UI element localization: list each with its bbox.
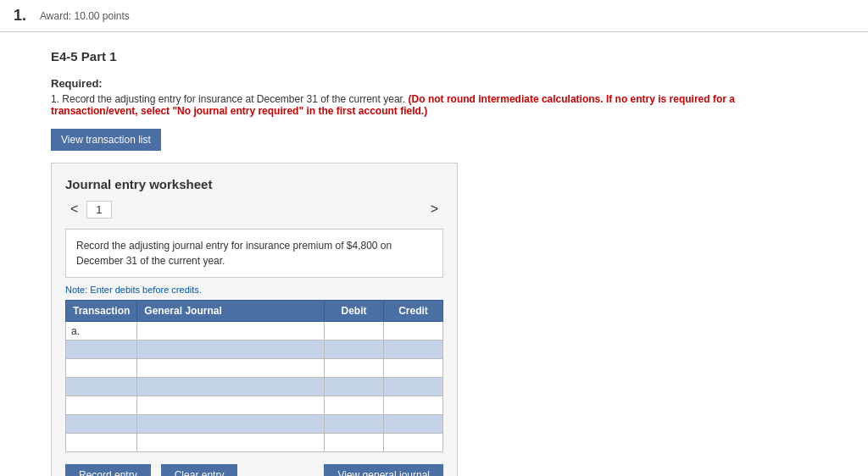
- required-text-main: 1. Record the adjusting entry for insura…: [51, 93, 405, 105]
- debit-input-1[interactable]: [325, 340, 383, 358]
- table-row-debit-1[interactable]: [325, 340, 384, 359]
- clear-entry-button[interactable]: Clear entry: [161, 464, 238, 476]
- table-row-journal-2[interactable]: [137, 359, 325, 378]
- table-row-credit-4[interactable]: [384, 396, 443, 415]
- col-header-debit: Debit: [325, 301, 384, 322]
- table-row: [66, 415, 443, 434]
- general-journal-input-5[interactable]: [137, 415, 324, 433]
- col-header-transaction: Transaction: [66, 301, 137, 322]
- nav-page-number: 1: [86, 201, 111, 219]
- credit-input-0[interactable]: [384, 322, 442, 340]
- required-text: 1. Record the adjusting entry for insura…: [51, 93, 817, 117]
- table-row-transaction-1: [66, 340, 137, 359]
- table-row: a.: [66, 322, 443, 340]
- table-row: [66, 340, 443, 359]
- table-row-credit-3[interactable]: [384, 378, 443, 396]
- debit-input-6[interactable]: [325, 434, 383, 451]
- table-row: [66, 396, 443, 415]
- view-transaction-button[interactable]: View transaction list: [51, 129, 161, 151]
- table-row: [66, 434, 443, 452]
- journal-table: Transaction General Journal Debit Credit…: [65, 300, 443, 452]
- general-journal-input-0[interactable]: [137, 322, 324, 340]
- table-row-transaction-6: [66, 434, 137, 452]
- debit-input-4[interactable]: [325, 396, 383, 414]
- credit-input-3[interactable]: [384, 378, 442, 396]
- general-journal-input-3[interactable]: [137, 378, 324, 396]
- table-row-journal-1[interactable]: [137, 340, 325, 359]
- table-row-credit-5[interactable]: [384, 415, 443, 434]
- credit-input-6[interactable]: [384, 434, 442, 451]
- general-journal-input-2[interactable]: [137, 359, 324, 377]
- content-area: E4-5 Part 1 Required: 1. Record the adju…: [0, 32, 868, 476]
- award-text: Award: 10.00 points: [40, 10, 130, 22]
- table-row-debit-5[interactable]: [325, 415, 384, 434]
- top-bar: 1. Award: 10.00 points: [0, 0, 868, 32]
- credit-input-5[interactable]: [384, 415, 442, 433]
- table-row-transaction-4: [66, 396, 137, 415]
- table-row-journal-6[interactable]: [137, 434, 325, 452]
- nav-row: < 1 >: [65, 200, 443, 219]
- debit-input-3[interactable]: [325, 378, 383, 396]
- table-row-transaction-3: [66, 378, 137, 396]
- table-row: [66, 378, 443, 396]
- general-journal-input-4[interactable]: [137, 396, 324, 414]
- question-number: 1.: [14, 7, 26, 25]
- nav-left-arrow[interactable]: <: [65, 200, 83, 219]
- table-row-credit-2[interactable]: [384, 359, 443, 378]
- debit-input-0[interactable]: [325, 322, 383, 340]
- table-row-journal-3[interactable]: [137, 378, 325, 396]
- debit-input-2[interactable]: [325, 359, 383, 377]
- journal-entry-worksheet: Journal entry worksheet < 1 > Record the…: [51, 163, 458, 476]
- required-section: Required: 1. Record the adjusting entry …: [51, 77, 817, 117]
- part-title: E4-5 Part 1: [51, 49, 817, 64]
- table-row-debit-6[interactable]: [325, 434, 384, 452]
- page-container: 1. Award: 10.00 points E4-5 Part 1 Requi…: [0, 0, 868, 476]
- table-row-transaction-0: a.: [66, 322, 137, 340]
- credit-input-1[interactable]: [384, 340, 442, 358]
- table-row-debit-0[interactable]: [325, 322, 384, 340]
- table-row: [66, 359, 443, 378]
- debit-input-5[interactable]: [325, 415, 383, 433]
- required-label: Required:: [51, 77, 817, 90]
- view-general-journal-button[interactable]: View general journal: [324, 464, 443, 476]
- general-journal-input-6[interactable]: [137, 434, 324, 451]
- table-row-credit-0[interactable]: [384, 322, 443, 340]
- nav-right-arrow[interactable]: >: [426, 200, 443, 219]
- general-journal-input-1[interactable]: [137, 340, 324, 358]
- table-row-debit-4[interactable]: [325, 396, 384, 415]
- table-row-transaction-2: [66, 359, 137, 378]
- table-row-debit-2[interactable]: [325, 359, 384, 378]
- credit-input-4[interactable]: [384, 396, 442, 414]
- record-entry-button[interactable]: Record entry: [65, 464, 151, 476]
- action-buttons: Record entry Clear entry View general jo…: [65, 464, 443, 476]
- credit-input-2[interactable]: [384, 359, 442, 377]
- table-row-journal-5[interactable]: [137, 415, 325, 434]
- table-row-journal-4[interactable]: [137, 396, 325, 415]
- table-row-transaction-5: [66, 415, 137, 434]
- table-row-credit-1[interactable]: [384, 340, 443, 359]
- col-header-credit: Credit: [384, 301, 443, 322]
- note-text: Note: Enter debits before credits.: [65, 285, 443, 295]
- table-row-credit-6[interactable]: [384, 434, 443, 452]
- table-row-journal-0[interactable]: [137, 322, 325, 340]
- table-row-debit-3[interactable]: [325, 378, 384, 396]
- worksheet-title: Journal entry worksheet: [65, 177, 443, 191]
- description-box: Record the adjusting journal entry for i…: [65, 229, 443, 278]
- col-header-general-journal: General Journal: [137, 301, 325, 322]
